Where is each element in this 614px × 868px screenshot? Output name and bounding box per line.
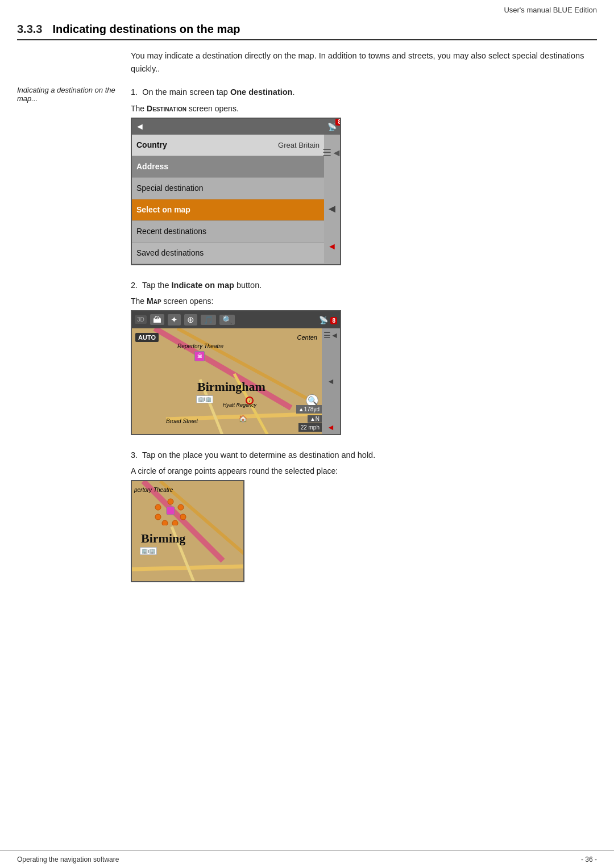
dest-menu-items: Country Great Britain Address Special de… — [132, 135, 324, 264]
step-2-bold: Indicate on map — [172, 281, 234, 290]
section-heading: 3.3.3 Indicating destinations on the map — [17, 23, 597, 40]
step-1-text: 1. On the main screen tap One destinatio… — [131, 86, 597, 99]
birmingham-label: Birmingham — [197, 379, 265, 394]
map-icon-3d[interactable]: 3D — [135, 315, 147, 324]
gps-badge: 8 — [335, 118, 341, 126]
section-number: 3.3.3 — [17, 23, 42, 36]
exit-icon[interactable]: ◄ — [327, 241, 337, 252]
footer-left: Operating the navigation software — [17, 856, 119, 863]
repertory-label: Repertory Theatre — [177, 343, 223, 349]
gps-area: 📡 8 — [327, 122, 337, 131]
intro-text: You may indicate a destination directly … — [131, 49, 597, 76]
back-icon[interactable]: ◄ — [135, 122, 144, 132]
select-map-label: Select on map — [136, 205, 190, 214]
svg-point-16 — [155, 504, 161, 510]
step-2-num: 2. — [131, 281, 140, 290]
step-2-body: 2. Tap the Indicate on map button. The M… — [131, 279, 597, 440]
map-icon-search[interactable]: 🔍 — [219, 315, 235, 325]
map-gps-icon: 📡 — [319, 316, 328, 324]
map-icon-route[interactable]: 🏔 — [150, 314, 164, 325]
step-2-container: 2. Tap the Indicate on map button. The M… — [17, 279, 597, 440]
footer: Operating the navigation software - 36 - — [0, 850, 614, 868]
map-exit-icon[interactable]: ◄ — [327, 423, 335, 432]
step-1-sidebar: Indicating a destination on the map... — [17, 86, 131, 269]
dest-country-row[interactable]: Country Great Britain — [132, 135, 324, 156]
map-screen: 3D 🏔 ✦ ⊕ 🎵 🔍 📡 8 — [131, 310, 341, 435]
country-label: Country — [136, 140, 167, 149]
step-1-bold: One destination — [230, 87, 293, 97]
svg-point-12 — [180, 514, 186, 520]
dest-address-row[interactable]: Address — [132, 156, 324, 178]
birm-crop-icons: 🏢i🏢 — [140, 547, 157, 555]
birm-crop-label: Birming — [141, 531, 185, 546]
birmingham-crop: pertory Theatre — [131, 480, 244, 582]
menu-icon[interactable]: ☰◄ — [322, 147, 341, 159]
step-3-subtext: A circle of orange points appears round … — [131, 466, 597, 475]
saved-label: Saved destinations — [136, 248, 204, 257]
repertory-icon: 🏛 — [194, 351, 205, 361]
speed-box: 22 mph — [298, 423, 322, 432]
road-label: Broad Street — [166, 418, 198, 424]
step-1-pre: On the main screen tap — [142, 87, 230, 97]
special-label: Special destination — [136, 183, 204, 193]
map-icon-target[interactable]: ⊕ — [184, 314, 197, 326]
dest-saved-row[interactable]: Saved destinations — [132, 243, 324, 264]
svg-point-14 — [162, 520, 168, 525]
svg-point-15 — [155, 514, 161, 520]
country-value: Great Britain — [278, 141, 320, 149]
orange-dot-cluster — [154, 497, 188, 527]
step-1-subtext: The Destination screen opens. — [131, 104, 597, 113]
step-1-num: 1. — [131, 87, 140, 97]
centre-label: Centen — [297, 334, 317, 341]
step-2-subtext: The Map screen opens: — [131, 297, 597, 306]
destination-screen: ◄ 📡 8 Country Great Britain — [131, 118, 341, 265]
steps-area: Indicating a destination on the map... 1… — [17, 86, 597, 587]
map-back-icon[interactable]: ◄ — [327, 377, 335, 386]
intro-area: You may indicate a destination directly … — [131, 49, 597, 76]
svg-point-10 — [168, 499, 173, 504]
step-1-container: Indicating a destination on the map... 1… — [17, 86, 597, 269]
theatre-crop-label: pertory Theatre — [134, 487, 173, 493]
dest-select-map-row[interactable]: Select on map — [132, 199, 324, 221]
dest-top-bar: ◄ 📡 8 — [132, 119, 340, 135]
svg-rect-17 — [167, 507, 175, 515]
step-3-sidebar — [17, 449, 131, 587]
recent-label: Recent destinations — [136, 227, 206, 236]
step-3-body: 3. Tap on the place you want to determin… — [131, 449, 597, 587]
map-content: AUTO Centen Repertory Theatre 🏛 Birmingh… — [132, 328, 340, 434]
home-icon: 🏠 — [239, 415, 247, 423]
auto-label[interactable]: AUTO — [135, 333, 159, 342]
dot-cluster-svg — [154, 497, 188, 525]
dest-recent-row[interactable]: Recent destinations — [132, 221, 324, 243]
down-arrow-icon[interactable]: ◄ — [326, 202, 338, 215]
address-label: Address — [136, 162, 168, 171]
dest-screen-body: Country Great Britain Address Special de… — [132, 135, 340, 264]
north-box: ▲N — [308, 415, 322, 423]
building-icon-1: 🏢i🏢 — [196, 395, 213, 403]
header-bar: User's manual BLUE Edition — [0, 0, 614, 17]
step-2-text: 2. Tap the Indicate on map button. — [131, 279, 597, 292]
step-3-num: 3. — [131, 450, 140, 460]
map-toolbar: 3D 🏔 ✦ ⊕ 🎵 🔍 📡 8 — [132, 311, 340, 328]
map-icon-compass[interactable]: ✦ — [168, 314, 181, 326]
step-3-container: 3. Tap on the place you want to determin… — [17, 449, 597, 587]
map-list-icon[interactable]: ☰◄ — [323, 331, 339, 340]
sidebar-note: Indicating a destination on the map... — [17, 86, 115, 103]
step-3-main: Tap on the place you want to determine a… — [142, 450, 375, 460]
svg-point-13 — [172, 520, 178, 525]
dist-box: ▲178yd — [296, 405, 322, 414]
step-2-sidebar — [17, 279, 131, 440]
regency-label: Hyatt Regency — [223, 402, 256, 408]
svg-point-11 — [178, 504, 184, 510]
map-gps-area: 📡 8 — [319, 315, 337, 324]
map-gps-badge: 8 — [330, 317, 337, 324]
section-title: Indicating destinations on the map — [52, 23, 240, 36]
manual-title: User's manual BLUE Edition — [504, 6, 597, 14]
dest-right-sidebar: ☰◄ ◄ ◄ — [324, 135, 340, 264]
dest-special-row[interactable]: Special destination — [132, 178, 324, 199]
map-right-sidebar: ☰◄ ◄ ◄ — [322, 328, 340, 434]
step-3-text: 3. Tap on the place you want to determin… — [131, 449, 597, 462]
map-icon-music[interactable]: 🎵 — [201, 315, 216, 325]
step-1-body: 1. On the main screen tap One destinatio… — [131, 86, 597, 269]
step-1-post: . — [292, 87, 294, 97]
